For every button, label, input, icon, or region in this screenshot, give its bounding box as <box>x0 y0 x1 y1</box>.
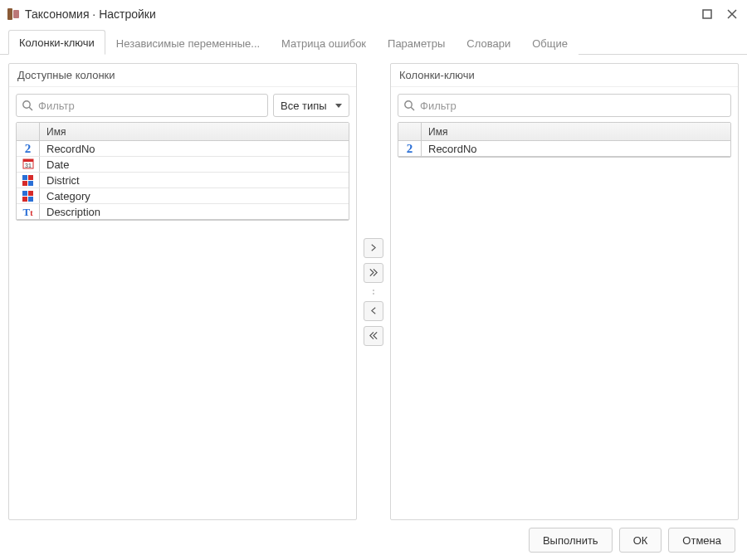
available-filter-input[interactable] <box>16 94 268 117</box>
available-header-name[interactable]: Имя <box>40 123 349 140</box>
svg-rect-0 <box>7 8 12 20</box>
content-area: Доступные колонки Все типы <box>0 55 747 520</box>
window-controls <box>701 7 739 21</box>
close-button[interactable] <box>725 7 739 21</box>
search-icon <box>403 100 415 111</box>
key-filter <box>398 94 731 117</box>
tab-0[interactable]: Колонки-ключи <box>8 30 105 55</box>
table-row[interactable]: 2RecordNo <box>398 141 730 157</box>
available-columns-title: Доступные колонки <box>9 64 356 87</box>
text-type-icon: Tt <box>22 207 32 217</box>
tab-3[interactable]: Параметры <box>377 31 456 55</box>
svg-rect-2 <box>703 10 711 18</box>
tab-1[interactable]: Независимые переменные... <box>105 31 271 55</box>
type-select-label: Все типы <box>281 100 327 112</box>
column-name-cell: RecordNo <box>40 143 349 155</box>
svg-line-9 <box>411 107 414 110</box>
settings-window: Таксономия · Настройки Колонки-ключиНеза… <box>0 0 747 560</box>
type-select[interactable]: Все типы <box>273 94 349 117</box>
column-name-cell: Date <box>40 158 349 171</box>
svg-point-3 <box>23 101 30 108</box>
move-right-button[interactable] <box>364 238 383 258</box>
number-type-icon: 2 <box>407 143 413 155</box>
svg-line-4 <box>29 107 32 110</box>
cancel-button[interactable]: Отмена <box>668 528 735 553</box>
key-columns-grid: Имя 2RecordNo <box>398 122 731 158</box>
key-filter-input[interactable] <box>398 94 731 117</box>
available-filter <box>16 94 268 117</box>
tabstrip: Колонки-ключиНезависимые переменные...Ма… <box>0 28 747 55</box>
move-all-left-button[interactable] <box>364 326 383 346</box>
key-columns-title: Колонки-ключи <box>391 64 738 87</box>
execute-button[interactable]: Выполнить <box>529 528 613 553</box>
column-name-cell: District <box>40 174 349 187</box>
available-columns-grid: Имя 2RecordNo31DateDistrictCategoryTtDes… <box>16 122 349 221</box>
tab-5[interactable]: Общие <box>521 31 579 55</box>
category-type-icon <box>22 191 33 202</box>
table-row[interactable]: Category <box>17 188 349 204</box>
category-type-icon <box>22 175 33 186</box>
window-title: Таксономия · Настройки <box>25 7 701 21</box>
chevron-down-icon <box>335 104 342 108</box>
dialog-footer: Выполнить ОК Отмена <box>0 520 747 560</box>
move-all-right-button[interactable] <box>364 263 383 283</box>
svg-rect-6 <box>23 159 33 162</box>
table-row[interactable]: 2RecordNo <box>17 141 349 157</box>
tab-4[interactable]: Словари <box>456 31 521 55</box>
table-row[interactable]: 31Date <box>17 157 349 173</box>
ok-button[interactable]: ОК <box>619 528 662 553</box>
number-type-icon: 2 <box>25 143 32 155</box>
maximize-button[interactable] <box>701 7 714 21</box>
titlebar: Таксономия · Настройки <box>0 0 747 28</box>
available-columns-panel: Доступные колонки Все типы <box>8 63 357 520</box>
transfer-buttons <box>357 63 390 520</box>
svg-text:31: 31 <box>25 163 32 168</box>
column-name-cell: RecordNo <box>422 143 730 155</box>
search-icon <box>22 100 33 111</box>
tab-2[interactable]: Матрица ошибок <box>271 31 377 55</box>
table-row[interactable]: TtDescription <box>17 204 349 220</box>
column-name-cell: Category <box>40 190 349 202</box>
svg-rect-1 <box>13 10 19 18</box>
svg-point-8 <box>405 101 412 108</box>
move-left-button[interactable] <box>364 301 383 321</box>
app-icon <box>7 7 20 21</box>
key-columns-panel: Колонки-ключи Имя 2RecordNo <box>390 63 739 520</box>
column-name-cell: Description <box>40 206 349 218</box>
key-header-name[interactable]: Имя <box>422 123 730 140</box>
table-row[interactable]: District <box>17 173 349 188</box>
date-type-icon: 31 <box>22 158 34 172</box>
